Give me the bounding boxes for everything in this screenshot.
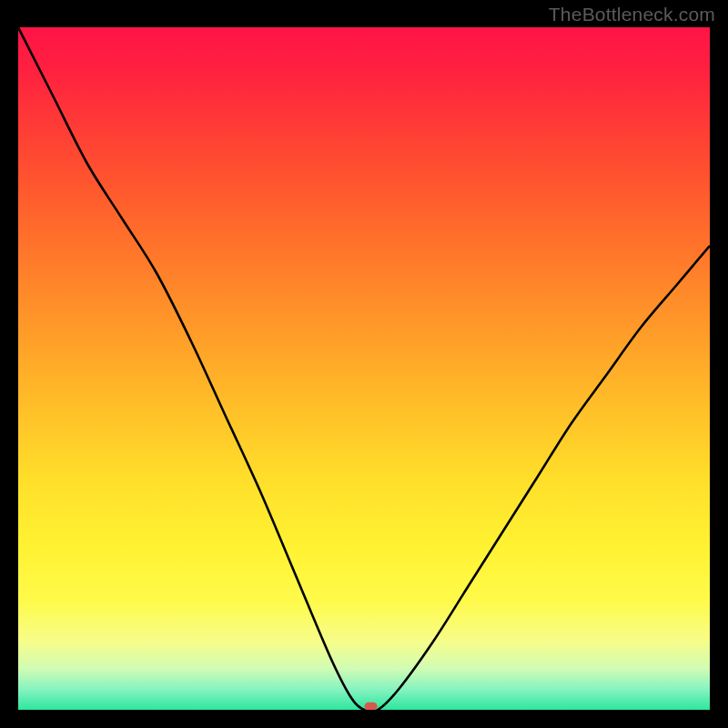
plot-area bbox=[18, 27, 710, 710]
bottleneck-curve-chart bbox=[18, 27, 710, 710]
gradient-background bbox=[18, 27, 710, 710]
optimal-point-marker bbox=[365, 703, 378, 710]
watermark-text: TheBottleneck.com bbox=[549, 4, 715, 25]
chart-frame: TheBottleneck.com bbox=[0, 0, 728, 728]
